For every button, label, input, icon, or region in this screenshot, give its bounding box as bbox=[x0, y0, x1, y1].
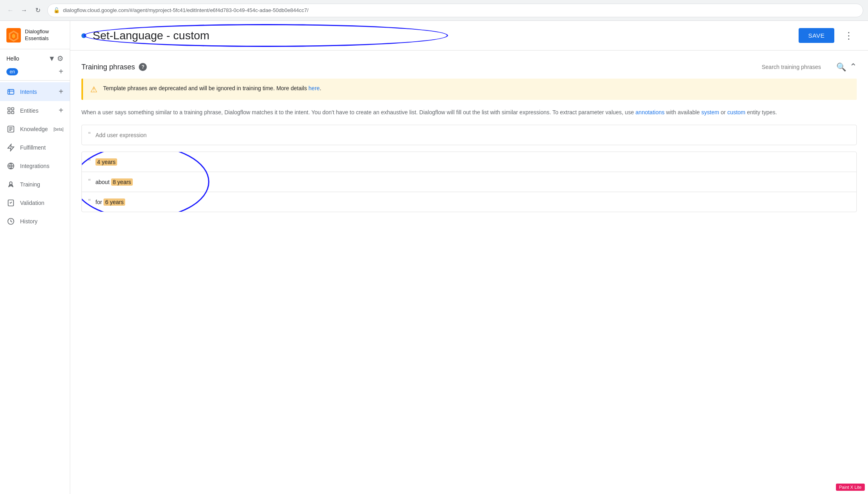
help-icon[interactable]: ? bbox=[139, 63, 147, 71]
sidebar-item-intents[interactable]: Intents + bbox=[0, 82, 70, 101]
url-text: dialogflow.cloud.google.com/#/agent/mypr… bbox=[63, 7, 308, 13]
sidebar-item-fulfillment[interactable]: Fulfillment bbox=[0, 138, 70, 157]
integrations-icon bbox=[6, 162, 15, 170]
phrase-text[interactable]: about 8 years bbox=[95, 179, 133, 185]
intents-icon bbox=[6, 87, 15, 96]
svg-rect-10 bbox=[12, 111, 14, 113]
phrase-highlight: 8 years bbox=[111, 178, 133, 186]
agent-selector: Hello ▼ ⚙ bbox=[0, 49, 70, 65]
search-icon[interactable]: 🔍 bbox=[836, 62, 846, 72]
phrase-text[interactable]: for 6 years bbox=[95, 199, 125, 205]
phrase-highlight: 4 years bbox=[95, 158, 117, 166]
annotations-link[interactable]: annotations bbox=[635, 109, 664, 115]
table-row[interactable]: “ 4 years bbox=[82, 152, 856, 172]
svg-rect-7 bbox=[8, 107, 10, 110]
phrases-list: “ 4 years “ about 8 years “ for 6 bbox=[81, 152, 857, 212]
section-header: Training phrases ? 🔍 ⌃ bbox=[81, 62, 857, 72]
knowledge-icon bbox=[6, 125, 15, 134]
agent-name: Hello bbox=[6, 55, 47, 62]
validation-icon bbox=[6, 198, 15, 207]
sidebar-item-knowledge[interactable]: Knowledge [beta] bbox=[0, 120, 70, 138]
warning-text: Template phrases are deprecated and will… bbox=[103, 84, 321, 93]
info-text: When a user says something similar to a … bbox=[81, 108, 857, 117]
reload-button[interactable]: ↻ bbox=[32, 5, 43, 16]
agent-settings-icon[interactable]: ⚙ bbox=[57, 54, 63, 63]
back-button[interactable]: ← bbox=[5, 5, 16, 16]
search-input[interactable] bbox=[762, 64, 834, 70]
fulfillment-label: Fulfillment bbox=[20, 144, 46, 151]
svg-rect-4 bbox=[8, 89, 14, 94]
search-area: 🔍 ⌃ bbox=[762, 62, 857, 72]
intent-title-wrapper: Set-Language - custom bbox=[93, 29, 439, 43]
table-row[interactable]: “ about 8 years bbox=[82, 172, 856, 192]
phrase-highlight: 6 years bbox=[103, 198, 125, 206]
browser-chrome: ← → ↻ 🔓 dialogflow.cloud.google.com/#/ag… bbox=[0, 0, 868, 21]
sidebar-item-entities[interactable]: Entities + bbox=[0, 101, 70, 120]
intent-title[interactable]: Set-Language - custom bbox=[93, 29, 439, 43]
svg-marker-15 bbox=[8, 144, 14, 151]
logo-text: DialogflowEssentials bbox=[25, 28, 49, 42]
sidebar: DialogflowEssentials Hello ▼ ⚙ en + bbox=[0, 21, 70, 494]
language-row: en + bbox=[0, 65, 70, 80]
save-button[interactable]: SAVE bbox=[799, 28, 834, 43]
dialogflow-logo-icon bbox=[6, 28, 21, 43]
warning-banner: ⚠ Template phrases are deprecated and wi… bbox=[81, 79, 857, 100]
intent-status-dot bbox=[81, 33, 86, 38]
search-input-wrapper: 🔍 bbox=[762, 62, 846, 72]
validation-label: Validation bbox=[20, 200, 44, 206]
content-area: Training phrases ? 🔍 ⌃ ⚠ Template phrase… bbox=[70, 51, 868, 212]
entities-label: Entities bbox=[20, 107, 39, 114]
knowledge-label: Knowledge bbox=[20, 126, 48, 132]
svg-rect-9 bbox=[8, 111, 10, 113]
sidebar-item-validation[interactable]: Validation bbox=[0, 194, 70, 212]
add-expression-input[interactable] bbox=[95, 132, 850, 138]
sidebar-item-integrations[interactable]: Integrations bbox=[0, 157, 70, 175]
sidebar-nav: Intents + Entities + bbox=[0, 81, 70, 494]
language-badge[interactable]: en bbox=[6, 68, 18, 75]
add-entity-icon[interactable]: + bbox=[59, 106, 63, 115]
custom-link[interactable]: custom bbox=[727, 109, 745, 115]
intents-label: Intents bbox=[20, 89, 37, 95]
sidebar-item-training[interactable]: Training bbox=[0, 175, 70, 194]
address-bar[interactable]: 🔓 dialogflow.cloud.google.com/#/agent/my… bbox=[47, 4, 863, 17]
expression-input-row: “ bbox=[81, 125, 857, 145]
collapse-icon[interactable]: ⌃ bbox=[850, 62, 857, 72]
add-language-icon[interactable]: + bbox=[59, 67, 63, 76]
system-link[interactable]: system bbox=[702, 109, 719, 115]
quote-icon: “ bbox=[88, 131, 91, 139]
security-icon: 🔓 bbox=[53, 7, 60, 13]
entities-icon bbox=[6, 106, 15, 115]
training-icon bbox=[6, 180, 15, 189]
app-container: DialogflowEssentials Hello ▼ ⚙ en + bbox=[0, 21, 868, 494]
svg-point-18 bbox=[10, 182, 12, 184]
history-label: History bbox=[20, 218, 38, 225]
section-title: Training phrases bbox=[81, 63, 135, 71]
intent-header: Set-Language - custom SAVE ⋮ bbox=[70, 21, 868, 51]
phrase-quote-icon: “ bbox=[88, 158, 91, 166]
table-row[interactable]: “ for 6 years bbox=[82, 192, 856, 212]
more-options-icon[interactable]: ⋮ bbox=[841, 28, 857, 43]
warning-link[interactable]: here bbox=[308, 85, 320, 91]
forward-button[interactable]: → bbox=[18, 5, 30, 16]
svg-rect-8 bbox=[12, 107, 14, 110]
agent-dropdown-icon[interactable]: ▼ bbox=[48, 55, 55, 63]
sidebar-item-history[interactable]: History bbox=[0, 212, 70, 231]
knowledge-badge: [beta] bbox=[53, 127, 63, 132]
main-content: Set-Language - custom SAVE ⋮ Training ph… bbox=[70, 21, 868, 494]
history-icon bbox=[6, 217, 15, 226]
phrase-text[interactable]: 4 years bbox=[95, 159, 117, 165]
fulfillment-icon bbox=[6, 143, 15, 152]
sidebar-logo: DialogflowEssentials bbox=[0, 21, 70, 49]
paintx-badge: Paint X Lite bbox=[836, 484, 865, 491]
nav-buttons: ← → ↻ bbox=[5, 5, 43, 16]
phrase-quote-icon: “ bbox=[88, 178, 91, 186]
warning-icon: ⚠ bbox=[90, 85, 97, 94]
phrase-quote-icon: “ bbox=[88, 198, 91, 206]
training-label: Training bbox=[20, 181, 40, 188]
integrations-label: Integrations bbox=[20, 163, 49, 169]
add-intent-icon[interactable]: + bbox=[59, 87, 63, 96]
